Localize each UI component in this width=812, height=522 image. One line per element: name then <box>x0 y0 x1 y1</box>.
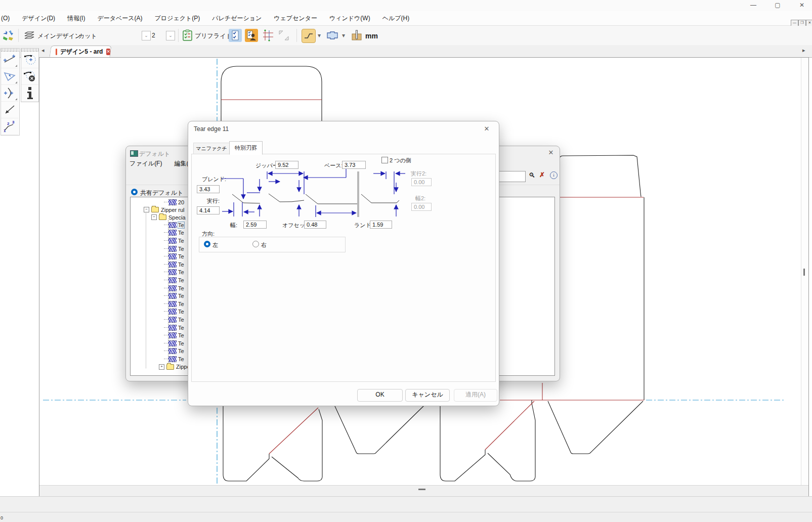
run2-label: 実行2: <box>411 170 426 178</box>
measure-arrow-icon[interactable] <box>1 102 18 118</box>
canvas-hscroll-strip[interactable] <box>39 485 808 496</box>
status-bar: 0 <box>0 496 812 522</box>
bezier-remove-icon[interactable] <box>21 68 38 85</box>
defaults-menu-file[interactable]: ファイル(F) <box>130 159 162 168</box>
menu-design[interactable]: デザイン(D) <box>16 14 61 23</box>
canvas-right-strip[interactable] <box>801 58 808 496</box>
menu-bar: (O) デザイン(D) 情報(I) データベース(A) プロジェクト(P) パレ… <box>0 11 812 26</box>
base-input[interactable]: 3.73 <box>342 161 366 169</box>
zipper-rule-icon <box>168 246 177 252</box>
checklist-person-icon[interactable] <box>245 29 258 42</box>
direction-right-radio[interactable] <box>252 241 259 247</box>
menu-database[interactable]: データベース(A) <box>91 14 148 23</box>
resize-arrows-icon[interactable] <box>277 29 290 42</box>
tab-close-icon[interactable]: ✕ <box>106 49 110 55</box>
run-input[interactable]: 4.14 <box>197 206 220 214</box>
menu-window[interactable]: ウィンドウ(W) <box>323 14 376 23</box>
folder-icon <box>166 364 174 370</box>
main-design-label[interactable]: メインデザイン <box>37 32 81 40</box>
svg-text:3: 3 <box>12 120 15 124</box>
plate-icon[interactable] <box>326 29 339 42</box>
document-icon <box>56 49 57 55</box>
zipper-rule-icon <box>168 230 177 236</box>
window-minimize-icon[interactable]: — <box>745 2 762 9</box>
checklist-blue-icon[interactable] <box>229 29 242 42</box>
ruler-blade-icon[interactable] <box>350 29 363 42</box>
document-tab-bar: ◂ デザイン5 - ard ✕ ▸ <box>0 45 812 58</box>
palletization-arrows-icon[interactable] <box>2 29 15 42</box>
tree-item-label: Te <box>178 325 184 331</box>
defaults-close-icon[interactable]: ✕ <box>545 149 557 158</box>
menu-info[interactable]: 情報(I) <box>61 14 91 23</box>
tree-item-label: Te <box>178 262 184 268</box>
direction-right-label: 右 <box>261 241 267 249</box>
menu-help[interactable]: ヘルプ(H) <box>376 14 416 23</box>
tree-item-label: Te <box>178 253 184 259</box>
land-input[interactable]: 1.59 <box>370 221 392 229</box>
direction-left-radio[interactable] <box>204 241 210 247</box>
zipper-rule-icon <box>168 301 177 307</box>
width2-input: 0.00 <box>411 203 432 211</box>
tab-manufacturing[interactable]: マニファクチャリング <box>193 143 230 154</box>
dropdown-icon[interactable]: ▾ <box>318 32 321 39</box>
tool-palette-right <box>21 48 39 102</box>
info-icon[interactable] <box>21 85 38 102</box>
tab-scroll-left-icon[interactable]: ◂ <box>41 47 45 54</box>
menu-palletization[interactable]: パレチゼーション <box>206 14 268 23</box>
layers-icon[interactable] <box>23 29 36 42</box>
menu-webcenter[interactable]: ウェブセンター <box>268 14 323 23</box>
offset-input[interactable]: 0.48 <box>304 221 326 229</box>
info-icon[interactable]: i <box>550 171 558 179</box>
window-maximize-icon[interactable]: ▢ <box>769 2 786 9</box>
dropdown-icon[interactable]: ⌄ <box>142 31 151 40</box>
menu-file-partial[interactable]: (O) <box>0 15 16 22</box>
tree-item-label: Te <box>178 293 184 299</box>
ok-button[interactable]: OK <box>357 389 403 402</box>
tab-scroll-right-icon[interactable]: ▸ <box>802 47 805 54</box>
triangle-tool-icon[interactable] <box>1 68 18 85</box>
cut-label[interactable]: カット <box>78 32 97 40</box>
collapse-icon[interactable]: − <box>151 214 157 220</box>
menu-project[interactable]: プロジェクト(P) <box>149 14 206 23</box>
preflight-label[interactable]: プリフライト <box>195 32 232 40</box>
apply-button: 適用(A) <box>454 389 497 402</box>
toolbar-separator <box>178 29 179 42</box>
expand-icon[interactable]: + <box>159 364 164 370</box>
numbered-points-icon[interactable]: 1 2 3 <box>1 118 18 135</box>
zipper-rule-icon <box>168 222 177 228</box>
grid-lines-icon[interactable] <box>262 29 275 42</box>
zipper-input[interactable]: 9.52 <box>275 161 298 169</box>
window-close-icon[interactable]: ✕ <box>793 2 810 9</box>
svg-text:2: 2 <box>7 121 10 126</box>
arc-add-icon[interactable] <box>1 85 18 102</box>
status-text: 0 <box>1 515 3 520</box>
line-add-icon[interactable] <box>1 52 18 68</box>
dropdown-icon[interactable]: ▾ <box>342 32 345 39</box>
collapse-icon[interactable]: − <box>144 207 149 212</box>
defaults-title: デフォルト <box>139 150 170 158</box>
width2-label: 幅2: <box>415 195 425 202</box>
preflight-clipboard-icon[interactable] <box>181 29 194 42</box>
search-input[interactable] <box>495 171 526 182</box>
shared-defaults-radio[interactable] <box>131 189 138 195</box>
zipper-rule-icon <box>168 253 177 259</box>
zipper-rule-icon <box>168 317 177 323</box>
dialog-close-icon[interactable]: ✕ <box>481 125 493 134</box>
width-input[interactable]: 2.59 <box>243 221 267 229</box>
cancel-button[interactable]: キャンセル <box>405 389 450 402</box>
dropdown-icon[interactable]: ⌄ <box>166 31 175 40</box>
search-icon[interactable]: 🔍︎ <box>529 171 535 179</box>
tree-item-label: Te <box>178 309 184 315</box>
tree-item-label: Te <box>178 230 184 236</box>
tab-page <box>191 154 496 382</box>
zigzag-rule-icon[interactable] <box>302 29 316 43</box>
bezier-add-icon[interactable] <box>21 52 38 68</box>
two-sides-checkbox[interactable] <box>381 157 388 163</box>
blend-input[interactable]: 3.43 <box>197 185 220 193</box>
tab-special-rule[interactable]: 特別刃罫 <box>229 141 263 155</box>
folder-icon <box>151 207 159 212</box>
clear-icon[interactable]: ✗ <box>539 171 545 179</box>
tree-item-label: Te <box>178 222 184 228</box>
tree-item-label: Te <box>178 301 184 307</box>
tab-design5[interactable]: デザイン5 - ard ✕ <box>49 46 111 58</box>
